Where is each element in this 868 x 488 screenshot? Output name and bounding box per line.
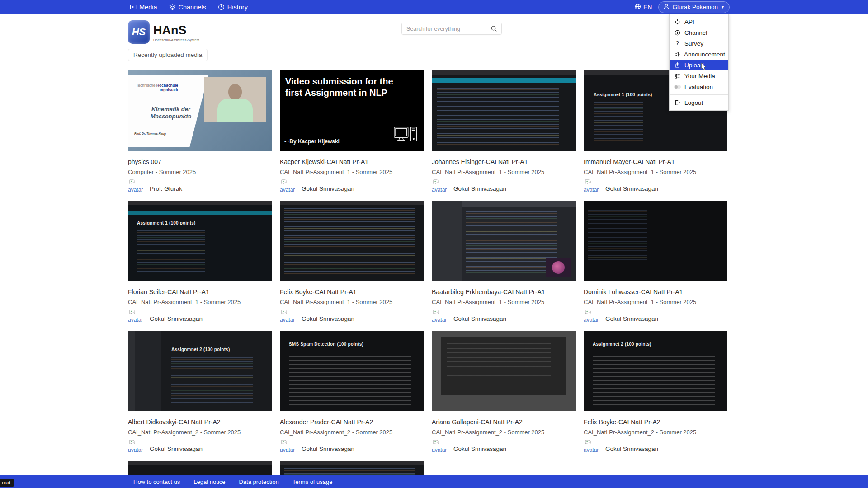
card-course: CAI_NatLPr-Assignment_2 - Sommer 2025 [432, 429, 576, 436]
uploader-row: avatar Gokul Srinivasagan [432, 440, 576, 453]
logo-mark: HS [128, 20, 150, 44]
thumb-heading: Assignmnet 2 (100 points) [171, 347, 230, 352]
avatar-alt-text: avatar [280, 317, 295, 323]
thumbnail[interactable] [280, 201, 424, 281]
status-tooltip: oad [0, 479, 14, 487]
card-title[interactable]: Alexander Prader-CAI NatLPr-A2 [280, 418, 424, 426]
card-title[interactable]: Dominik Lohwasser-CAI NatLPr-A1 [584, 288, 727, 296]
slide-title: Kinematik der Massenpunkte [142, 106, 200, 121]
menu-item-label: Channel [684, 29, 707, 36]
media-icon [130, 4, 137, 10]
card-course: CAI_NatLPr-Assignment_1 - Sommer 2025 [280, 299, 424, 305]
megaphone-icon [674, 52, 680, 57]
avatar-broken-image: avatar [128, 310, 144, 323]
slide-org: Technische HochschuleIngolstadt [136, 83, 178, 92]
menu-item-label: API [684, 19, 694, 25]
avatar-broken-image: avatar [280, 179, 296, 193]
uploader-name: Gokul Srinivasagan [302, 185, 354, 193]
thumbnail[interactable]: Assignment 1 (100 points) [128, 201, 272, 281]
menu-item-evaluation[interactable]: Evaluation [670, 81, 728, 92]
nav-item-history[interactable]: History [218, 4, 248, 11]
webcam-overlay [204, 77, 266, 122]
avatar-alt-text: avatar [280, 447, 295, 453]
card-course: CAI_NatLPr-Assignment_2 - Sommer 2025 [128, 429, 272, 436]
language-button[interactable]: EN [634, 3, 652, 11]
card-title[interactable]: Johannes Elsinger-CAI NatLPr-A1 [432, 158, 576, 165]
search-input[interactable] [402, 26, 491, 32]
menu-item-label: Your Media [684, 73, 715, 80]
logo-subtitle: Hochschul-Assistenz-System [153, 38, 199, 42]
footer-link-data-protection[interactable]: Data protection [239, 479, 278, 485]
uploader-name: Gokul Srinivasagan [453, 315, 506, 323]
user-menu-button[interactable]: Glurak Pokemon ▾ [658, 1, 730, 13]
thumbnail[interactable]: SMS Spam Detection (100 points) [280, 331, 424, 411]
card-title[interactable]: Baatarbileg Erkhembaya-CAI NatLPr-A1 [432, 288, 576, 296]
media-card: SMS Spam Detection (100 points)Alexander… [280, 331, 424, 456]
search-icon[interactable] [491, 25, 501, 32]
thumbnail[interactable]: Assignmnet 2 (100 points) [128, 331, 272, 411]
question-icon: ? [674, 40, 681, 47]
logout-icon [674, 100, 681, 106]
search-bar [401, 23, 502, 35]
nav-links: Media Channels History [130, 0, 248, 14]
menu-item-channel[interactable]: Channel [670, 27, 728, 38]
menu-item-label: Evaluation [684, 84, 713, 90]
card-course: CAI_NatLPr-Assignment_1 - Sommer 2025 [128, 299, 272, 305]
thumbnail[interactable] [432, 201, 576, 281]
card-title[interactable]: Florian Seiler-CAI NatLPr-A1 [128, 288, 272, 296]
app-logo[interactable]: HS HAnS Hochschul-Assistenz-System [128, 20, 199, 44]
nav-item-channels[interactable]: Channels [169, 4, 206, 11]
thumbnail[interactable] [584, 201, 727, 281]
uploader-name: Gokul Srinivasagan [605, 185, 658, 193]
footer-link-how-to-contact-us[interactable]: How to contact us [133, 479, 180, 485]
avatar-broken-image: avatar [432, 179, 448, 193]
menu-item-api[interactable]: API [670, 16, 728, 27]
history-icon [218, 4, 225, 10]
footer-links: How to contact usLegal noticeData protec… [133, 479, 333, 485]
channels-icon [169, 4, 176, 10]
menu-item-your-media[interactable]: Your Media [670, 70, 728, 81]
media-card: Johannes Elsinger-CAI NatLPr-A1 CAI_NatL… [432, 70, 576, 196]
card-title[interactable]: Immanuel Mayer-CAI NatLPr-A1 [584, 158, 727, 165]
menu-item-survey[interactable]: ? Survey [670, 38, 728, 49]
thumbnail[interactable]: Video submission for the first Assignmen… [280, 70, 424, 151]
avatar-broken-image: avatar [280, 440, 296, 453]
card-title[interactable]: Ariana Gallapeni-CAI NatLPr-A2 [432, 418, 576, 426]
uploader-row: avatar Prof. Glurak [128, 179, 272, 193]
menu-item-logout[interactable]: Logout [670, 97, 728, 108]
card-course: CAI_NatLPr-Assignment_1 - Sommer 2025 [280, 169, 424, 175]
card-title[interactable]: physics 007 [128, 158, 272, 165]
thumbnail[interactable] [432, 70, 576, 151]
thumb-byline: •~By Kacper Kijewski [284, 138, 340, 145]
uploader-row: avatar Gokul Srinivasagan [128, 310, 272, 323]
footer-link-legal-notice[interactable]: Legal notice [193, 479, 225, 485]
card-title[interactable]: Albert Didkovskyi-CAI NatLPr-A2 [128, 418, 272, 426]
media-card: Ariana Gallapeni-CAI NatLPr-A2 CAI_NatLP… [432, 331, 576, 456]
card-title[interactable]: Kacper Kijewski-CAI NatLPr-A1 [280, 158, 424, 165]
uploader-name: Gokul Srinivasagan [453, 185, 506, 193]
card-course: Computer - Sommer 2025 [128, 169, 272, 175]
thumbnail[interactable]: Assignmnet 2 (100 points) [584, 331, 727, 411]
avatar-alt-text: avatar [584, 317, 599, 323]
uploader-name: Gokul Srinivasagan [150, 315, 203, 323]
menu-item-upload[interactable]: Upload [670, 60, 728, 70]
your-media-icon [674, 73, 681, 79]
menu-item-label: Announcement [684, 51, 725, 58]
menu-item-announcement[interactable]: Announcement [670, 49, 728, 60]
media-card: Baatarbileg Erkhembaya-CAI NatLPr-A1 CAI… [432, 201, 576, 326]
footer-link-terms-of-usage[interactable]: Terms of usage [292, 479, 333, 485]
card-course: CAI_NatLPr-Assignment_1 - Sommer 2025 [432, 169, 576, 175]
avatar-broken-image: avatar [432, 310, 448, 323]
webcam-overlay [546, 258, 571, 277]
card-title[interactable]: Felix Boyke-CAI NatLPr-A2 [584, 418, 727, 426]
uploader-row: avatar Gokul Srinivasagan [584, 440, 727, 453]
thumbnail[interactable]: Technische HochschuleIngolstadt Kinemati… [128, 70, 272, 151]
card-title[interactable]: Felix Boyke-CAI NatLPr-A1 [280, 288, 424, 296]
avatar-alt-text: avatar [432, 447, 447, 453]
nav-item-media[interactable]: Media [130, 4, 157, 11]
uploader-row: avatar Gokul Srinivasagan [280, 179, 424, 193]
uploader-name: Prof. Glurak [150, 185, 182, 193]
thumbnail[interactable] [432, 331, 576, 411]
avatar-alt-text: avatar [432, 317, 447, 323]
mouse-cursor [700, 63, 708, 73]
